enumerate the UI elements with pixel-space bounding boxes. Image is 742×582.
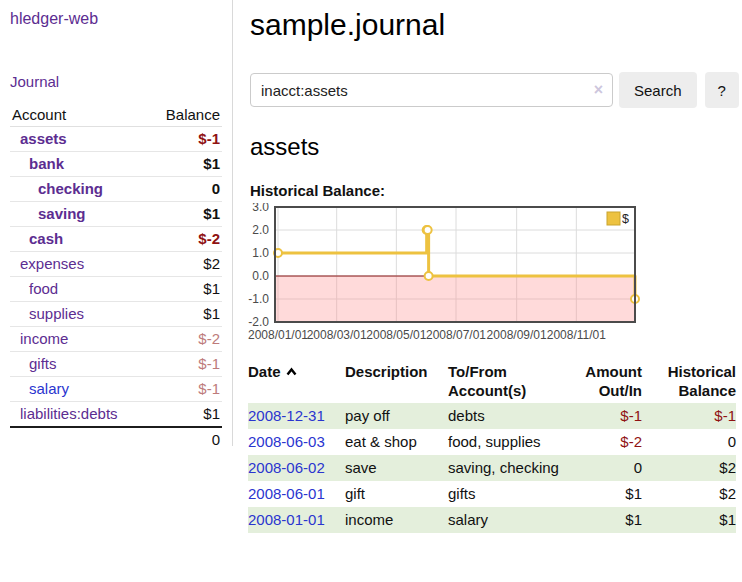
register-cell-accounts: saving, checking bbox=[448, 455, 560, 481]
account-row: food$1 bbox=[10, 277, 222, 302]
register-cell-accounts: food, supplies bbox=[448, 429, 560, 455]
accounts-total-value: 0 bbox=[148, 427, 222, 452]
account-link[interactable]: income bbox=[20, 330, 68, 347]
accounts-table: Account Balance assets$-1bank$1checking0… bbox=[10, 103, 222, 452]
register-table: Date Description To/FromAccount(s) Amoun… bbox=[248, 359, 736, 533]
accounts-header-account: Account bbox=[10, 103, 148, 127]
svg-text:2008/01/01: 2008/01/01 bbox=[248, 328, 308, 342]
register-cell-description: save bbox=[345, 455, 448, 481]
account-link[interactable]: bank bbox=[29, 155, 64, 172]
page-title: sample.journal bbox=[250, 8, 742, 42]
account-balance: $-1 bbox=[148, 127, 222, 152]
svg-text:1.0: 1.0 bbox=[252, 246, 269, 260]
account-link[interactable]: supplies bbox=[29, 305, 84, 322]
svg-text:0.0: 0.0 bbox=[252, 269, 269, 283]
account-link[interactable]: food bbox=[29, 280, 58, 297]
main-content: sample.journal × Search ? assets Histori… bbox=[248, 0, 742, 533]
register-header-description[interactable]: Description bbox=[345, 359, 448, 403]
svg-text:3.0: 3.0 bbox=[252, 203, 269, 214]
svg-text:2008/03/01: 2008/03/01 bbox=[307, 328, 367, 342]
register-cell-description: pay off bbox=[345, 403, 448, 429]
account-row: salary$-1 bbox=[10, 377, 222, 402]
register-cell-amount: $1 bbox=[560, 507, 642, 533]
help-button[interactable]: ? bbox=[705, 72, 739, 108]
svg-text:-1.0: -1.0 bbox=[248, 292, 269, 306]
svg-text:2008/05/01: 2008/05/01 bbox=[366, 328, 426, 342]
register-header-balance[interactable]: HistoricalBalance bbox=[642, 359, 736, 403]
account-balance: 0 bbox=[148, 177, 222, 202]
register-row[interactable]: 2008-06-01giftgifts$1$2 bbox=[248, 481, 736, 507]
account-link[interactable]: assets bbox=[20, 130, 67, 147]
sidebar-item-journal[interactable]: Journal bbox=[10, 73, 222, 90]
account-balance: $-2 bbox=[148, 227, 222, 252]
account-row: checking0 bbox=[10, 177, 222, 202]
account-link[interactable]: salary bbox=[29, 380, 69, 397]
app-brand-link[interactable]: hledger-web bbox=[10, 10, 222, 28]
historical-balance-chart[interactable]: $3.02.01.00.0-1.0-2.02008/01/012008/03/0… bbox=[243, 203, 742, 345]
account-balance: $1 bbox=[148, 202, 222, 227]
account-link[interactable]: liabilities:debts bbox=[20, 405, 118, 422]
account-row: saving$1 bbox=[10, 202, 222, 227]
transaction-date-link[interactable]: 2008-12-31 bbox=[248, 407, 325, 424]
register-cell-amount: $-2 bbox=[560, 429, 642, 455]
transaction-date-link[interactable]: 2008-06-03 bbox=[248, 433, 325, 450]
search-input[interactable] bbox=[250, 73, 613, 107]
register-cell-description: income bbox=[345, 507, 448, 533]
search-form: × Search ? bbox=[250, 72, 742, 108]
account-link[interactable]: expenses bbox=[20, 255, 84, 272]
svg-text:-2.0: -2.0 bbox=[248, 315, 269, 329]
accounts-header-balance: Balance bbox=[148, 103, 222, 127]
account-row: liabilities:debts$1 bbox=[10, 402, 222, 428]
account-balance: $-2 bbox=[148, 327, 222, 352]
account-row: supplies$1 bbox=[10, 302, 222, 327]
account-heading: assets bbox=[250, 133, 742, 161]
sidebar: hledger-web Journal Account Balance asse… bbox=[0, 0, 233, 446]
register-cell-date: 2008-12-31 bbox=[248, 403, 345, 429]
register-header-amount[interactable]: AmountOut/In bbox=[560, 359, 642, 403]
account-balance: $1 bbox=[148, 402, 222, 428]
register-cell-amount: 0 bbox=[560, 455, 642, 481]
chart-title: Historical Balance: bbox=[250, 182, 742, 199]
register-row[interactable]: 2008-12-31pay offdebts$-1$-1 bbox=[248, 403, 736, 429]
register-row[interactable]: 2008-06-02savesaving, checking0$2 bbox=[248, 455, 736, 481]
svg-text:2.0: 2.0 bbox=[252, 223, 269, 237]
account-balance: $2 bbox=[148, 252, 222, 277]
sort-ascending-icon bbox=[285, 362, 298, 379]
register-header-date[interactable]: Date bbox=[248, 359, 345, 403]
account-balance: $1 bbox=[148, 277, 222, 302]
search-button[interactable]: Search bbox=[619, 72, 697, 108]
register-cell-balance: $2 bbox=[642, 481, 736, 507]
account-row: gifts$-1 bbox=[10, 352, 222, 377]
transaction-date-link[interactable]: 2008-06-02 bbox=[248, 459, 325, 476]
register-cell-accounts: debts bbox=[448, 403, 560, 429]
register-cell-date: 2008-01-01 bbox=[248, 507, 345, 533]
account-row: cash$-2 bbox=[10, 227, 222, 252]
accounts-total-row: 0 bbox=[10, 427, 222, 452]
clear-search-icon[interactable]: × bbox=[594, 80, 603, 100]
register-cell-description: gift bbox=[345, 481, 448, 507]
account-link[interactable]: cash bbox=[29, 230, 63, 247]
svg-text:2008/07/01: 2008/07/01 bbox=[426, 328, 486, 342]
register-header-accounts[interactable]: To/FromAccount(s) bbox=[448, 359, 560, 403]
account-link[interactable]: gifts bbox=[29, 355, 57, 372]
register-cell-balance: $1 bbox=[642, 507, 736, 533]
register-row[interactable]: 2008-01-01incomesalary$1$1 bbox=[248, 507, 736, 533]
transaction-date-link[interactable]: 2008-06-01 bbox=[248, 485, 325, 502]
account-row: expenses$2 bbox=[10, 252, 222, 277]
svg-text:$: $ bbox=[622, 212, 629, 226]
svg-text:2008/09/01: 2008/09/01 bbox=[487, 328, 547, 342]
account-balance: $1 bbox=[148, 152, 222, 177]
register-cell-accounts: salary bbox=[448, 507, 560, 533]
register-cell-balance: $-1 bbox=[642, 403, 736, 429]
account-balance: $1 bbox=[148, 302, 222, 327]
register-cell-date: 2008-06-03 bbox=[248, 429, 345, 455]
account-link[interactable]: checking bbox=[38, 180, 103, 197]
account-link[interactable]: saving bbox=[38, 205, 86, 222]
transaction-date-link[interactable]: 2008-01-01 bbox=[248, 511, 325, 528]
register-header-row: Date Description To/FromAccount(s) Amoun… bbox=[248, 359, 736, 403]
register-row[interactable]: 2008-06-03eat & shopfood, supplies$-20 bbox=[248, 429, 736, 455]
register-cell-amount: $-1 bbox=[560, 403, 642, 429]
register-cell-description: eat & shop bbox=[345, 429, 448, 455]
account-balance: $-1 bbox=[148, 377, 222, 402]
register-cell-date: 2008-06-02 bbox=[248, 455, 345, 481]
